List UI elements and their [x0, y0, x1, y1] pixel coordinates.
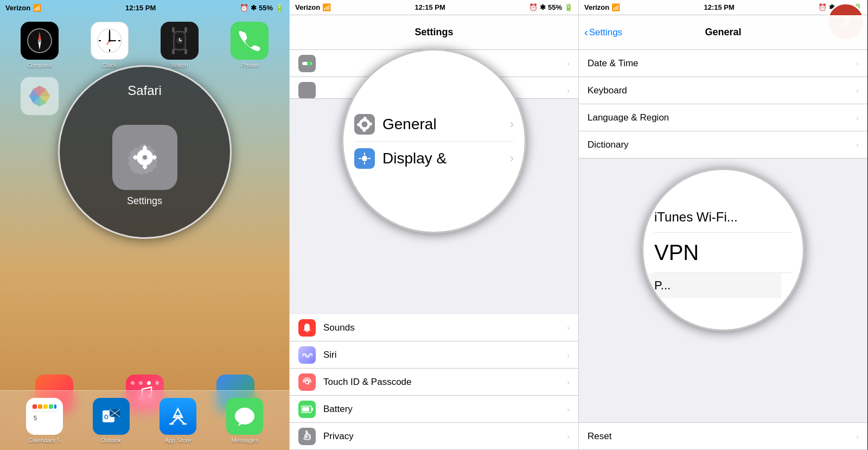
- chevron-toggle2: ›: [567, 86, 570, 95]
- magnifier-1: Safari: [58, 65, 232, 239]
- fingerprint-icon: [302, 377, 312, 388]
- dock-appstore[interactable]: App Store: [159, 398, 196, 443]
- mag3-vpn-row[interactable]: VPN: [654, 233, 792, 273]
- mag2-general-row[interactable]: General ›: [354, 107, 514, 142]
- chevron-language: ›: [856, 113, 859, 122]
- touchid-label: Touch ID & Passcode: [323, 377, 567, 388]
- watch-icon: [167, 26, 192, 55]
- sounds-label: Sounds: [323, 322, 567, 333]
- mag3-profiles-row[interactable]: P...: [643, 273, 781, 298]
- svg-point-3: [38, 39, 41, 42]
- dock-messages[interactable]: Messages: [226, 398, 263, 443]
- sun-icon: [359, 153, 371, 164]
- mag2-display-icon: [354, 148, 375, 169]
- magnifier-1-content: Safari: [60, 67, 230, 237]
- panel-settings: Verizon 📶 12:15 PM ⏰ ✱ 55% 🔋 Settings ›: [289, 0, 578, 450]
- chevron-dictionary: ›: [856, 141, 859, 149]
- chevron-battery: ›: [567, 405, 570, 414]
- app-compass[interactable]: Compass: [9, 22, 70, 68]
- magnifier-2-content: General › Display & ›: [343, 50, 525, 232]
- svg-rect-39: [33, 404, 37, 409]
- back-button[interactable]: ‹ Settings: [584, 26, 622, 39]
- time-2: 12:15 PM: [414, 3, 445, 11]
- wifi-icon-3: 📶: [611, 3, 620, 11]
- general-datetime-row[interactable]: Date & Time ›: [579, 50, 867, 77]
- app-phone[interactable]: Phone: [219, 22, 280, 68]
- svg-rect-21: [184, 49, 187, 54]
- carrier-2: Verizon: [295, 3, 320, 11]
- dot-2: [139, 381, 143, 385]
- dock: 5 Calendars 5 O Outlook: [0, 390, 289, 450]
- general-language-row[interactable]: Language & Region ›: [579, 104, 867, 131]
- hand-icon: [302, 430, 312, 442]
- app-photos[interactable]: tos: [9, 77, 70, 124]
- mag2-general-label: General: [382, 116, 437, 133]
- app-watch[interactable]: Watch: [149, 22, 210, 68]
- svg-rect-41: [43, 404, 48, 409]
- chevron-touchid: ›: [567, 378, 570, 386]
- settings-sounds-row[interactable]: Sounds ›: [290, 314, 578, 341]
- svg-point-25: [143, 155, 147, 160]
- bluetooth-icon-1: ✱: [251, 4, 257, 12]
- status-right-2: ⏰ ✱ 55% 🔋: [529, 3, 573, 11]
- svg-rect-79: [302, 407, 309, 411]
- dictionary-label: Dictionary: [588, 140, 856, 150]
- general-dictionary-row[interactable]: Dictionary ›: [579, 131, 867, 159]
- siri-wave-icon: [302, 350, 312, 360]
- general-keyboard-row[interactable]: Keyboard ›: [579, 77, 867, 104]
- svg-rect-43: [54, 404, 56, 409]
- compass-label: Compass: [27, 62, 52, 68]
- gear-icon-large: [123, 136, 167, 179]
- mag3-itunes-row[interactable]: iTunes Wi-Fi...: [654, 202, 792, 233]
- svg-rect-40: [38, 404, 42, 409]
- general-reset-row[interactable]: Reset ›: [579, 423, 867, 450]
- battery-icon-2: 🔋: [564, 3, 573, 11]
- battery-icon-1: 🔋: [275, 4, 284, 12]
- keyboard-label: Keyboard: [588, 85, 856, 96]
- safari-label: Safari: [127, 83, 162, 98]
- outlook-label: Outlook: [101, 437, 122, 443]
- clock-icon: [96, 27, 123, 54]
- battery-label: Battery: [323, 404, 567, 415]
- compass-icon: [26, 27, 53, 54]
- battery-2: 55%: [548, 3, 562, 11]
- reset-label: Reset: [588, 431, 856, 442]
- settings-bottom-rows: Sounds › Siri ›: [290, 314, 578, 450]
- status-right-1: ⏰ ✱ 55% 🔋: [240, 4, 284, 12]
- phone-icon: [238, 29, 261, 52]
- chevron-sounds: ›: [567, 324, 570, 332]
- chevron-siri: ›: [567, 351, 570, 359]
- toggle-icon-1: [302, 58, 312, 69]
- settings-label-magnified: Settings: [127, 195, 162, 207]
- status-bar-2: Verizon 📶 12:15 PM ⏰ ✱ 55% 🔋: [290, 0, 578, 15]
- privacy-icon: [298, 428, 316, 445]
- mag2-display-row[interactable]: Display & ›: [354, 142, 514, 175]
- magnifier-2: General › Display & ›: [342, 49, 526, 233]
- bt-icon-2: ✱: [540, 3, 546, 11]
- chevron-toggle1: ›: [567, 59, 570, 68]
- panel-general: Verizon 📶 12:15 PM ⏰ ✱ 55% 🔋 ? ‹ Setting…: [578, 0, 867, 450]
- svg-line-54: [171, 417, 178, 424]
- magnifier-3-content: iTunes Wi-Fi... VPN P...: [643, 170, 803, 329]
- svg-point-71: [362, 156, 367, 161]
- general-nav-bar: ‹ Settings General: [579, 15, 867, 50]
- phone-label: Phone: [241, 62, 258, 68]
- itunes-wifi-label: iTunes Wi-Fi...: [654, 210, 738, 224]
- messages-icon: [233, 404, 257, 428]
- battery-icon: [298, 401, 316, 418]
- dock-calendars[interactable]: 5 Calendars 5: [26, 398, 63, 443]
- dock-outlook[interactable]: O Outlook: [93, 398, 130, 443]
- back-label: Settings: [589, 27, 622, 38]
- alarm-icon-1: ⏰: [240, 4, 248, 12]
- settings-battery-row[interactable]: Battery ›: [290, 396, 578, 423]
- siri-icon: [298, 346, 316, 364]
- language-label: Language & Region: [588, 112, 856, 123]
- svg-rect-18: [172, 27, 175, 33]
- time-1: 12:15 PM: [125, 4, 156, 12]
- status-bar-1: Verizon 📶 12:15 PM ⏰ ✱ 55% 🔋: [0, 0, 289, 15]
- settings-touchid-row[interactable]: Touch ID & Passcode ›: [290, 369, 578, 396]
- settings-privacy-row[interactable]: Privacy ›: [290, 423, 578, 450]
- app-clock[interactable]: Clock: [79, 22, 140, 68]
- settings-siri-row[interactable]: Siri ›: [290, 341, 578, 369]
- chevron-datetime: ›: [856, 59, 859, 68]
